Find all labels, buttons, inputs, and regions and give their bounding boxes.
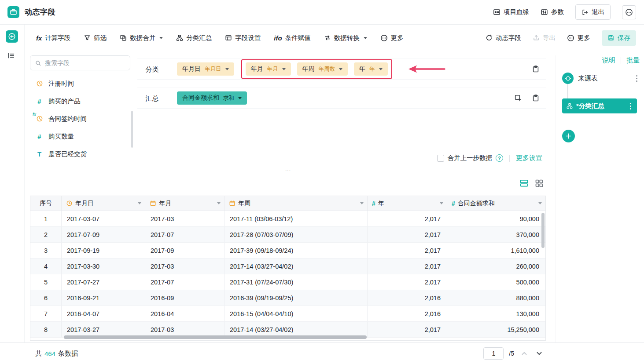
add-step-button[interactable] xyxy=(562,130,575,142)
field-panel-scrollbar[interactable] xyxy=(131,111,133,148)
cell: 2017-03 xyxy=(145,258,224,274)
chip-yw[interactable]: 年周 年周数 xyxy=(297,62,348,76)
batch-link[interactable]: 批量 xyxy=(626,56,640,65)
source-table-node[interactable]: 来源表 xyxy=(562,73,644,84)
page-up-button[interactable] xyxy=(519,349,529,358)
table-row: 3 2017-09-19 2017-09 2017-39 (09/18-09/2… xyxy=(30,243,545,258)
filter-caret-icon[interactable] xyxy=(440,202,443,204)
field-label: 购买的产品 xyxy=(48,97,81,106)
cell: 2016-39 (09/19-09/25) xyxy=(224,290,368,306)
chip-mode: 年月 xyxy=(267,66,278,73)
data-transform-button[interactable]: 数据转换 xyxy=(324,34,367,42)
add-node-rail-button[interactable] xyxy=(6,30,18,43)
field-item-contract-sign-time[interactable]: fx 合同签约时间 xyxy=(30,110,130,127)
project-lineage-button[interactable]: 项目血缘 xyxy=(493,8,529,16)
filter-button[interactable]: 筛选 xyxy=(84,34,107,42)
conditional-assign-button[interactable]: ifo 条件赋值 xyxy=(274,34,310,42)
field-label: 购买数量 xyxy=(48,132,74,141)
annotation-highlight-box: 年月 年月 年周 年周数 年 年 xyxy=(241,59,392,79)
toolbar-right: 动态字段 导出 更多 保存 xyxy=(486,30,636,46)
exit-button[interactable]: 退出 xyxy=(575,4,611,20)
chevron-down-icon xyxy=(535,349,543,357)
filter-caret-icon[interactable] xyxy=(538,202,542,204)
cell: 130,000 xyxy=(447,306,545,321)
clock-icon xyxy=(36,115,43,122)
field-item-delivered[interactable]: T 是否已经交货 xyxy=(30,145,130,163)
filter-caret-icon[interactable] xyxy=(360,202,364,204)
vertical-scrollbar[interactable] xyxy=(541,213,545,248)
col-label: 合同金额求和 xyxy=(458,200,495,207)
help-icon[interactable]: ? xyxy=(496,154,503,162)
copy-summary-button[interactable] xyxy=(532,94,540,102)
toolbar-more-button[interactable]: 更多 xyxy=(380,34,404,42)
toolbar-more-right-button[interactable]: 更多 xyxy=(567,34,590,42)
group-summary-node[interactable]: *分类汇总 xyxy=(562,98,637,113)
cell: 2,017 xyxy=(368,322,447,337)
col-header-index: 序号 xyxy=(30,196,62,211)
page-input[interactable] xyxy=(483,347,504,360)
col-header-year: # 年 xyxy=(368,196,447,211)
count-suffix: 条数据 xyxy=(58,349,78,358)
field-label: 注册时间 xyxy=(48,80,74,88)
filter-caret-icon[interactable] xyxy=(217,202,221,204)
cell: 2017-07 xyxy=(145,274,224,290)
exit-icon xyxy=(581,9,589,16)
page-total: /5 xyxy=(509,350,514,357)
grid-view-toggle[interactable] xyxy=(535,179,544,188)
toolbar: fx 计算字段 筛选 数据合并 分类汇总 字段设置 ifo 条件赋值 数据转换 xyxy=(25,25,644,51)
chevron-down-icon xyxy=(238,97,242,99)
chip-ymd[interactable]: 年月日 年月日 xyxy=(177,62,234,76)
group-summary-button[interactable]: 分类汇总 xyxy=(176,34,212,42)
chip-mode: 年 xyxy=(369,66,375,73)
sitemap-icon xyxy=(567,103,573,109)
params-label: 参数 xyxy=(551,8,564,16)
merge-previous-checkbox[interactable] xyxy=(437,155,444,162)
select-field-button[interactable] xyxy=(514,94,522,102)
cell: 4 xyxy=(30,258,62,274)
row-view-toggle[interactable] xyxy=(519,178,529,188)
header-more-button[interactable] xyxy=(622,5,636,19)
save-button[interactable]: 保存 xyxy=(602,30,636,46)
filter-caret-icon[interactable] xyxy=(138,202,141,204)
horizontal-scrollbar[interactable] xyxy=(64,335,367,339)
chevron-down-icon xyxy=(159,37,163,39)
node-menu-button[interactable] xyxy=(632,73,641,83)
save-icon xyxy=(607,34,615,41)
field-item-purchased-product[interactable]: # 购买的产品 xyxy=(30,92,130,110)
calc-field-button[interactable]: fx 计算字段 xyxy=(36,34,70,42)
chevron-down-icon xyxy=(364,37,367,39)
field-item-purchase-qty[interactable]: # 购买数量 xyxy=(30,127,130,145)
page-down-button[interactable] xyxy=(534,349,544,358)
field-item-register-time[interactable]: 注册时间 xyxy=(30,75,130,92)
app-logo-icon xyxy=(7,6,19,18)
node-menu-button[interactable] xyxy=(626,101,635,111)
copy-category-button[interactable] xyxy=(532,65,540,73)
top-header: 动态字段 项目血缘 参数 退出 xyxy=(0,0,644,25)
doc-link[interactable]: 说明 xyxy=(602,56,615,65)
transform-icon xyxy=(324,34,331,41)
chip-ym[interactable]: 年月 年月 xyxy=(246,62,291,76)
cell: 2017-03-30 xyxy=(62,258,145,274)
summary-chips: 合同金额求和 求和 xyxy=(167,88,514,108)
field-search-input[interactable] xyxy=(45,59,125,66)
export-button[interactable]: 导出 xyxy=(533,34,556,42)
col-label: 年 xyxy=(378,200,384,207)
chip-year[interactable]: 年 年 xyxy=(354,62,388,76)
chevron-up-icon xyxy=(520,349,528,357)
toolbar-more-right-label: 更多 xyxy=(578,34,590,42)
chip-contract-amount-sum[interactable]: 合同金额求和 求和 xyxy=(177,91,247,105)
number-icon: # xyxy=(452,200,455,207)
params-button[interactable]: 参数 xyxy=(541,8,564,16)
dynamic-field-button[interactable]: 动态字段 xyxy=(486,34,521,42)
field-list-toggle-button[interactable] xyxy=(7,52,15,59)
cell: 90,000 xyxy=(447,211,545,226)
clock-icon xyxy=(66,200,73,207)
conditional-assign-label: 条件赋值 xyxy=(285,34,311,42)
data-merge-button[interactable]: 数据合并 xyxy=(120,34,163,42)
cell: 500,000 xyxy=(447,274,545,290)
cell: 1 xyxy=(30,211,62,226)
text-type-icon: T xyxy=(35,150,44,158)
refresh-icon xyxy=(486,34,493,41)
more-settings-link[interactable]: 更多设置 xyxy=(516,154,542,162)
field-settings-button[interactable]: 字段设置 xyxy=(225,34,261,42)
